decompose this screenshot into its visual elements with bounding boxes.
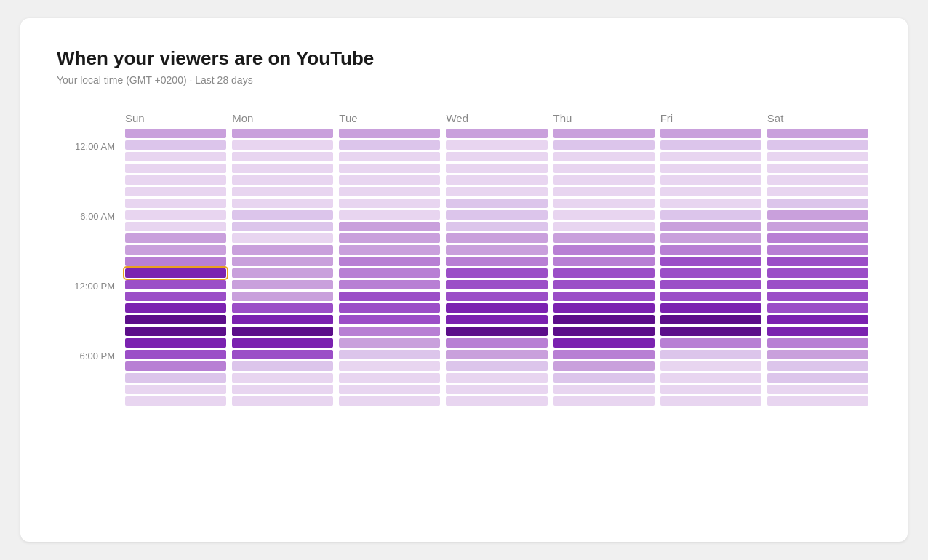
cell (446, 327, 547, 336)
col-header-sun: Sun (122, 112, 229, 124)
cell (125, 292, 226, 301)
cell (767, 385, 868, 394)
cell (339, 210, 440, 220)
y-label-6-00-pm: 6:00 PM (80, 351, 115, 361)
cell (660, 361, 761, 371)
cell (125, 233, 226, 243)
cell (339, 257, 440, 266)
col-header-sat: Sat (764, 112, 871, 124)
cell (339, 140, 440, 150)
day-col-sat (764, 129, 871, 406)
cell (553, 210, 655, 220)
cell (446, 187, 547, 196)
cell (232, 175, 333, 185)
cell (339, 245, 440, 255)
cell (660, 268, 761, 278)
cell (660, 175, 761, 185)
cell (553, 327, 655, 336)
cell (767, 396, 868, 406)
cell (660, 315, 761, 324)
cell (232, 199, 333, 208)
cell (339, 222, 440, 231)
cell (339, 350, 440, 359)
cell (767, 280, 868, 289)
cell (553, 292, 655, 301)
cell (232, 385, 333, 394)
day-col-sun (122, 129, 229, 406)
cell (125, 257, 226, 266)
col-header-mon: Mon (229, 112, 336, 124)
cell (553, 233, 655, 243)
cell (767, 222, 868, 231)
subtitle: Your local time (GMT +0200) · Last 28 da… (57, 74, 871, 86)
cell (767, 152, 868, 161)
cell (446, 303, 547, 313)
cell (660, 187, 761, 196)
cell (767, 350, 868, 359)
cell (232, 327, 333, 336)
cell (767, 164, 868, 173)
cell (125, 338, 226, 348)
cell (339, 268, 440, 278)
cell (339, 233, 440, 243)
cell (446, 338, 547, 348)
cell (125, 303, 226, 313)
col-header-thu: Thu (551, 112, 657, 124)
cell (232, 303, 333, 313)
cell (660, 222, 761, 231)
cell (339, 129, 440, 138)
col-header-tue: Tue (336, 112, 443, 124)
cell (339, 303, 440, 313)
grid-container: SunMonTueWedThuFriSat (122, 112, 871, 422)
cell (339, 152, 440, 161)
cell (125, 199, 226, 208)
cell (446, 373, 547, 383)
col-header-wed: Wed (443, 112, 550, 124)
cell (660, 280, 761, 289)
cell (125, 222, 226, 231)
cell (446, 210, 547, 220)
cell (767, 315, 868, 324)
cell (553, 164, 655, 173)
cell (232, 129, 333, 138)
cell (553, 303, 655, 313)
cell (446, 280, 547, 289)
cell (446, 350, 547, 359)
cell (767, 268, 868, 278)
cell (446, 129, 547, 138)
cell (339, 199, 440, 208)
y-label-12-00-pm: 12:00 PM (74, 281, 115, 292)
cell (125, 385, 226, 394)
cell (660, 396, 761, 406)
cell (232, 373, 333, 383)
cell (232, 257, 333, 266)
cell (125, 164, 226, 173)
cell (232, 396, 333, 406)
cell (553, 268, 655, 278)
cell (660, 350, 761, 359)
chart-area: 12:00 AM6:00 AM12:00 PM6:00 PM SunMonTue… (57, 112, 871, 422)
cell (339, 396, 440, 406)
cell (232, 292, 333, 301)
day-col-wed (443, 129, 550, 406)
cell (553, 199, 655, 208)
cell (446, 199, 547, 208)
cell (339, 315, 440, 324)
cell (660, 338, 761, 348)
cell (660, 152, 761, 161)
cell (767, 129, 868, 138)
cell (767, 199, 868, 208)
cell (660, 327, 761, 336)
cell (767, 210, 868, 220)
cell (232, 140, 333, 150)
cell (553, 385, 655, 394)
cell (339, 327, 440, 336)
cell (553, 140, 655, 150)
cell (125, 140, 226, 150)
cell (446, 268, 547, 278)
cell (553, 350, 655, 359)
cell (232, 222, 333, 231)
grid-body (122, 129, 871, 406)
y-label-12-00-am: 12:00 AM (75, 141, 115, 152)
cell (446, 385, 547, 394)
